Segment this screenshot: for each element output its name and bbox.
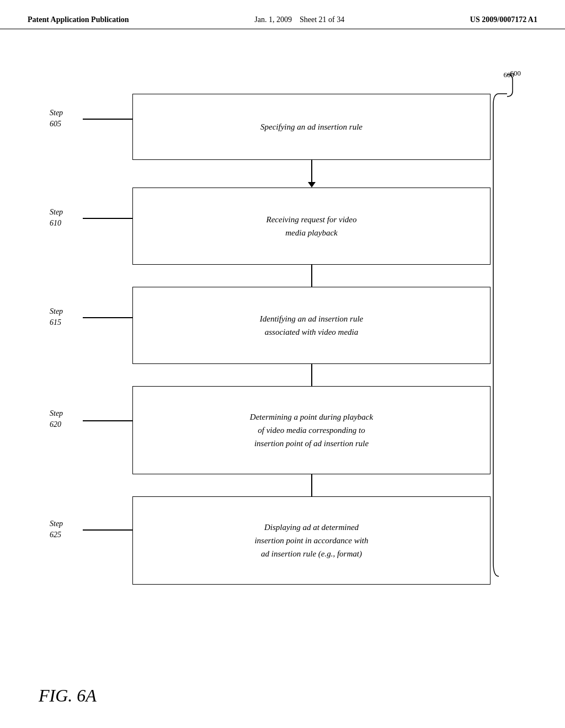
box-step-605: Specifying an ad insertion rule [132,94,491,160]
box-step-605-text: Specifying an ad insertion rule [260,121,363,133]
step-605-connector [83,119,132,120]
box-step-620-text: Determining a point during playbackof vi… [250,410,373,450]
step-605-word: Step [50,108,63,119]
page-header: Patent Application Publication Jan. 1, 2… [0,0,565,29]
step-605-label: Step 605 [50,108,63,129]
diagram-area: 600 Specifying an ad insertion rule Step… [44,77,521,662]
figure-label: FIG. 6A [39,686,97,706]
step-605-num: 605 [50,119,63,130]
step-615-label: Step 615 [50,306,63,328]
bracket-600-label: 600 [510,69,521,78]
box-step-620: Determining a point during playbackof vi… [132,386,491,474]
step-610-word: Step [50,207,63,218]
step-620-label: Step 620 [50,408,63,430]
step-615-num: 615 [50,317,63,328]
step-615-connector [83,317,132,318]
box-step-615-text: Identifying an ad insertion ruleassociat… [260,312,363,339]
box-step-625: Displaying ad at determinedinsertion poi… [132,496,491,585]
flow-bracket [488,74,521,593]
arrow-1 [44,160,491,188]
date-label: Jan. 1, 2009 [254,15,292,24]
step-625-num: 625 [50,529,63,540]
step-620-num: 620 [50,419,63,430]
box-step-610-text: Receiving request for videomedia playbac… [266,213,357,239]
patent-number: US 2009/0007172 A1 [470,15,537,24]
step-610-label: Step 610 [50,207,63,228]
step-610-connector [83,218,132,219]
box-step-610: Receiving request for videomedia playbac… [132,188,491,265]
step-625-connector [83,529,132,531]
step-625-label: Step 625 [50,518,63,540]
publication-label: Patent Application Publication [28,15,129,24]
step-620-connector [83,420,132,421]
box-step-625-text: Displaying ad at determinedinsertion poi… [254,521,368,560]
flow-diagram: 600 Specifying an ad insertion rule Step… [44,77,521,574]
step-610-num: 610 [50,218,63,229]
step-615-word: Step [50,306,63,317]
step-625-word: Step [50,518,63,529]
box-step-615: Identifying an ad insertion ruleassociat… [132,287,491,364]
step-620-word: Step [50,408,63,419]
sheet-label: Sheet 21 of 34 [300,15,344,24]
header-center: Jan. 1, 2009 Sheet 21 of 34 [254,15,344,24]
